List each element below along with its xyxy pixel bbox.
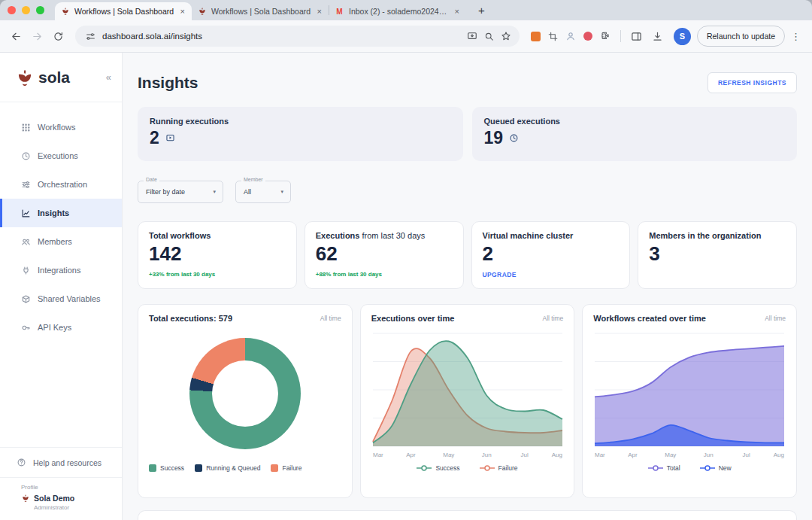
tab-close-button[interactable]: × xyxy=(453,7,461,16)
stat-card-value: 62 xyxy=(316,242,453,266)
zoom-window-button[interactable] xyxy=(36,6,44,14)
help-and-resources[interactable]: Help and resources xyxy=(0,447,122,477)
chart-legend: TotalNew xyxy=(593,464,786,472)
sidebar-item-integrations[interactable]: Integrations xyxy=(0,256,122,284)
sola-favicon xyxy=(60,7,70,16)
legend-swatch xyxy=(271,464,278,472)
sidebar-item-label: Executions xyxy=(38,151,78,160)
tab-close-button[interactable]: × xyxy=(316,7,323,16)
sidebar-item-label: Insights xyxy=(38,208,69,217)
sidebar-item-workflows[interactable]: Workflows xyxy=(0,113,122,141)
sidebar-item-insights[interactable]: Insights xyxy=(0,199,122,227)
sidebar-item-api-keys[interactable]: API Keys xyxy=(0,313,122,342)
running-executions-card: Running executions 2 xyxy=(138,107,463,161)
orange-extension-icon[interactable] xyxy=(531,32,541,41)
browser-tab[interactable]: MInbox (2) - solademo2024@g× xyxy=(329,2,466,20)
people-icon xyxy=(21,237,31,247)
sidebar-item-members[interactable]: Members xyxy=(0,227,122,256)
sidebar-item-executions[interactable]: Executions xyxy=(0,141,122,170)
legend-item[interactable]: Running & Queued xyxy=(195,464,260,472)
legend-marker xyxy=(700,464,715,472)
svg-text:Apr: Apr xyxy=(629,452,638,458)
sidebar-collapse-button[interactable]: « xyxy=(106,71,111,83)
profile-logo-icon xyxy=(21,494,30,503)
svg-text:Aug: Aug xyxy=(551,452,562,458)
chart-title: Workflows created over time xyxy=(593,314,706,323)
stat-card-title: Executions from last 30 days xyxy=(316,231,453,240)
chevron-down-icon: ▾ xyxy=(204,189,216,195)
tab-close-button[interactable]: × xyxy=(179,7,186,16)
legend-item[interactable]: Success xyxy=(149,464,184,472)
tab-list: Workflows | Sola Dashboard×Workflows | S… xyxy=(55,0,466,20)
total-executions-chart-card: Total executions: 579 All time SuccessRu… xyxy=(138,304,353,498)
side-panel-icon[interactable] xyxy=(627,26,647,46)
gmail-favicon: M xyxy=(335,8,344,16)
page-title: Insights xyxy=(138,74,198,92)
stat-card: Executions from last 30 days62+88% from … xyxy=(304,221,464,289)
refresh-insights-button[interactable]: REFRESH INSIGHTS xyxy=(707,72,797,93)
page-header: Insights REFRESH INSIGHTS xyxy=(138,72,797,93)
zoom-icon[interactable] xyxy=(484,32,494,41)
workflows-created-chart-card: Workflows created over time All time Mar… xyxy=(582,304,797,498)
legend-item[interactable]: Success xyxy=(417,464,459,472)
person-extension-icon[interactable] xyxy=(565,31,576,41)
chart-title: Total executions: 579 xyxy=(149,314,232,323)
date-filter-select[interactable]: Date Filter by date ▾ xyxy=(138,181,223,203)
legend-item[interactable]: Failure xyxy=(271,464,301,472)
stat-card-value: 2 xyxy=(483,242,620,266)
install-app-icon[interactable] xyxy=(467,31,477,41)
svg-text:May: May xyxy=(665,452,677,458)
browser-tab[interactable]: Workflows | Sola Dashboard× xyxy=(55,2,192,20)
workflows-area-chart: MarAprMayJunJulAug xyxy=(593,327,786,460)
stat-card-delta: +88% from last 30 days xyxy=(316,271,453,278)
relaunch-to-update-button[interactable]: Relaunch to update xyxy=(697,26,785,47)
sidebar-menu: WorkflowsExecutionsOrchestrationInsights… xyxy=(0,102,122,342)
back-button[interactable] xyxy=(6,26,26,46)
stat-card: Virtual machine cluster2UPGRADE xyxy=(471,221,631,289)
logo-row: sola « xyxy=(0,53,122,102)
forward-button[interactable] xyxy=(27,26,47,46)
legend-item[interactable]: New xyxy=(700,464,732,472)
new-tab-button[interactable]: + xyxy=(474,4,489,17)
stat-card-title: Total workflows xyxy=(149,231,286,240)
sidebar-item-label: Shared Variables xyxy=(38,294,101,303)
site-settings-icon[interactable] xyxy=(83,29,97,43)
legend-swatch xyxy=(195,464,202,472)
date-filter-value: Filter by date xyxy=(146,188,185,196)
profile-section-label: Profile xyxy=(21,484,111,491)
running-executions-label: Running executions xyxy=(150,117,451,126)
address-bar[interactable]: dashboard.sola.ai/insights xyxy=(75,26,520,47)
chart-range-label: All time xyxy=(765,315,786,322)
legend-label: Success xyxy=(435,464,459,472)
member-filter-select[interactable]: Member All ▾ xyxy=(235,181,291,203)
svg-text:Mar: Mar xyxy=(373,452,383,458)
legend-item[interactable]: Total xyxy=(648,464,680,472)
upgrade-link[interactable]: UPGRADE xyxy=(483,271,620,278)
legend-marker xyxy=(480,464,495,472)
sidebar: sola « WorkflowsExecutionsOrchestrationI… xyxy=(0,53,123,520)
chart-title: Executions over time xyxy=(371,314,455,323)
running-executions-value: 2 xyxy=(150,128,159,148)
help-icon xyxy=(17,458,26,467)
browser-menu-icon[interactable]: ⋮ xyxy=(786,31,803,42)
chart-icon xyxy=(21,208,31,218)
close-window-button[interactable] xyxy=(8,6,16,14)
bookmark-star-icon[interactable] xyxy=(501,31,511,41)
sidebar-item-shared-variables[interactable]: Shared Variables xyxy=(0,284,122,313)
legend-item[interactable]: Failure xyxy=(480,464,518,472)
svg-text:Jul: Jul xyxy=(520,452,528,458)
sidebar-item-orchestration[interactable]: Orchestration xyxy=(0,170,122,199)
profile-avatar[interactable]: S xyxy=(674,28,691,45)
extensions-puzzle-icon[interactable] xyxy=(600,31,611,41)
execution-summary-cards: Running executions 2 Queued executions 1… xyxy=(138,107,797,161)
tab-title: Workflows | Sola Dashboard xyxy=(211,7,311,16)
profile-block[interactable]: Profile Sola Demo Administrator xyxy=(0,477,122,520)
crop-extension-icon[interactable] xyxy=(548,32,558,41)
browser-tab[interactable]: Workflows | Sola Dashboard× xyxy=(192,2,329,20)
reload-button[interactable] xyxy=(48,26,68,46)
minimize-window-button[interactable] xyxy=(22,6,30,14)
downloads-icon[interactable] xyxy=(648,26,668,46)
extensions-cluster xyxy=(531,31,611,41)
legend-swatch xyxy=(149,464,156,472)
red-extension-icon[interactable] xyxy=(583,32,592,41)
